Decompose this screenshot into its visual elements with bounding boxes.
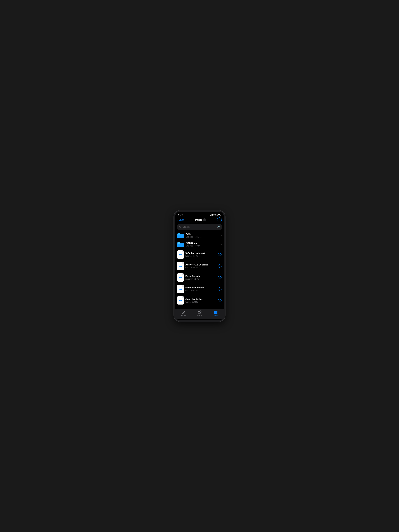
phone-frame: 8:25 LTE ‹ Back Music ▾ ···: [174, 210, 225, 322]
svg-rect-8: [177, 242, 180, 244]
search-placeholder: Search: [183, 226, 190, 228]
chevron-down-icon: ▾: [204, 219, 205, 221]
download-cloud-icon[interactable]: [218, 276, 222, 279]
status-bar: 8:25 LTE: [175, 212, 224, 217]
pdf-label: pdf: [179, 265, 182, 267]
tab-browse[interactable]: Browse: [210, 310, 221, 316]
pdf-label: pdf: [179, 288, 182, 290]
status-time: 8:25: [178, 214, 183, 216]
list-item[interactable]: CGC Songs 10/14/22 - 10 items ›: [175, 240, 224, 249]
svg-rect-4: [177, 234, 184, 238]
item-meta: 10/14/22 - 10 items: [186, 245, 219, 247]
svg-rect-5: [177, 233, 180, 235]
search-icon: [179, 226, 181, 228]
file-list: CGC 10/14/22 - 16 items ›: [175, 231, 224, 309]
lte-label: LTE: [213, 214, 216, 216]
tab-recents[interactable]: Recents: [178, 310, 189, 316]
pdf-label: pdf: [179, 299, 182, 302]
search-bar[interactable]: Search 🎤: [177, 224, 222, 230]
nav-bar: ‹ Back Music ▾ ···: [175, 217, 224, 223]
item-info: AnswerK...e Leasons 6/8/21 - 266 KB: [185, 264, 216, 268]
svg-rect-19: [214, 311, 215, 314]
download-cloud-icon[interactable]: [218, 299, 222, 302]
item-name: CGC Songs: [186, 242, 219, 245]
list-item[interactable]: pdf Jazz chord-chart 6/2/21 - 5.3 MB: [175, 295, 224, 306]
item-info: Jazz chord-chart 6/2/21 - 5.3 MB: [185, 298, 216, 303]
nav-title: Music: [195, 218, 202, 221]
item-name: 5x6-blan...rd-chart 1: [185, 252, 216, 255]
item-info: CGC Songs 10/14/22 - 10 items: [186, 242, 219, 247]
search-container: Search 🎤: [175, 223, 224, 231]
pdf-label: pdf: [179, 277, 182, 279]
folder-icon: [177, 242, 184, 247]
battery-icon: [217, 214, 221, 216]
list-item[interactable]: pdf Exercise Leasons 6/8/21 - 792 KB: [175, 283, 224, 295]
chevron-right-icon: ›: [221, 234, 222, 237]
back-chevron-icon: ‹: [177, 218, 178, 222]
pdf-file-icon: pdf: [177, 285, 184, 293]
svg-rect-21: [216, 312, 217, 314]
tab-browse-label: Browse: [214, 315, 218, 316]
item-name: Jazz chord-chart: [185, 298, 216, 301]
svg-rect-15: [198, 311, 200, 314]
shared-icon: +: [197, 310, 202, 314]
item-info: 5x6-blan...rd-chart 1 5/23/21 - 74 KB: [185, 252, 216, 257]
svg-point-0: [179, 226, 181, 228]
microphone-icon[interactable]: 🎤: [217, 225, 220, 228]
back-label: Back: [179, 219, 184, 221]
browse-icon: [214, 310, 218, 314]
item-info: Exercise Leasons 6/8/21 - 792 KB: [185, 286, 216, 291]
pdf-file-icon: pdf: [177, 250, 184, 259]
chevron-right-icon: ›: [221, 243, 222, 246]
download-cloud-icon[interactable]: [218, 253, 222, 256]
home-bar: [191, 319, 208, 319]
svg-rect-20: [216, 311, 217, 312]
item-info: Basic Chords 12/22/20 - 72 KB: [185, 275, 216, 280]
item-name: Exercise Leasons: [185, 286, 216, 289]
list-item[interactable]: pdf 5x6-blan...rd-chart 1 5/23/21 - 74 K…: [175, 249, 224, 260]
more-options-button[interactable]: ···: [217, 217, 222, 222]
tab-shared-label: Shared: [197, 315, 202, 316]
item-info: CGC 10/14/22 - 16 items: [186, 233, 219, 238]
download-cloud-icon[interactable]: [218, 287, 222, 291]
svg-rect-7: [177, 243, 184, 247]
pdf-file-icon: pdf: [177, 273, 184, 282]
svg-line-1: [181, 227, 181, 228]
item-name: AnswerK...e Leasons: [185, 264, 216, 266]
svg-text:+: +: [200, 311, 201, 312]
recents-icon: [181, 310, 185, 314]
item-meta: 6/8/21 - 792 KB: [185, 289, 216, 291]
item-meta: 12/22/20 - 72 KB: [185, 278, 216, 280]
download-cloud-icon[interactable]: [218, 264, 222, 268]
item-meta: 10/14/22 - 16 items: [186, 236, 219, 238]
ellipsis-icon: ···: [219, 219, 220, 221]
back-button[interactable]: ‹ Back: [177, 218, 184, 222]
pdf-file-icon: pdf: [177, 296, 184, 304]
signal-icon: [210, 214, 213, 215]
item-meta: 6/8/21 - 266 KB: [185, 266, 216, 268]
item-name: Basic Chords: [185, 275, 216, 278]
title-dropdown-button[interactable]: ▾: [203, 218, 206, 221]
folder-icon: [177, 233, 184, 238]
nav-title-container: Music ▾: [195, 218, 206, 221]
status-icons: LTE: [210, 214, 221, 216]
tab-shared[interactable]: + Shared: [194, 310, 205, 316]
pdf-file-icon: pdf: [177, 262, 184, 270]
home-indicator: [175, 319, 224, 320]
search-left: Search: [179, 226, 190, 228]
list-item[interactable]: CGC 10/14/22 - 16 items ›: [175, 231, 224, 240]
tab-bar: Recents + Shared Browse: [175, 309, 224, 319]
item-meta: 6/2/21 - 5.3 MB: [185, 301, 216, 303]
list-item[interactable]: pdf AnswerK...e Leasons 6/8/21 - 266 KB: [175, 260, 224, 272]
tab-recents-label: Recents: [181, 315, 186, 316]
item-meta: 5/23/21 - 74 KB: [185, 255, 216, 257]
pdf-label: pdf: [179, 253, 182, 256]
list-item[interactable]: pdf Basic Chords 12/22/20 - 72 KB: [175, 272, 224, 283]
item-name: CGC: [186, 233, 219, 236]
